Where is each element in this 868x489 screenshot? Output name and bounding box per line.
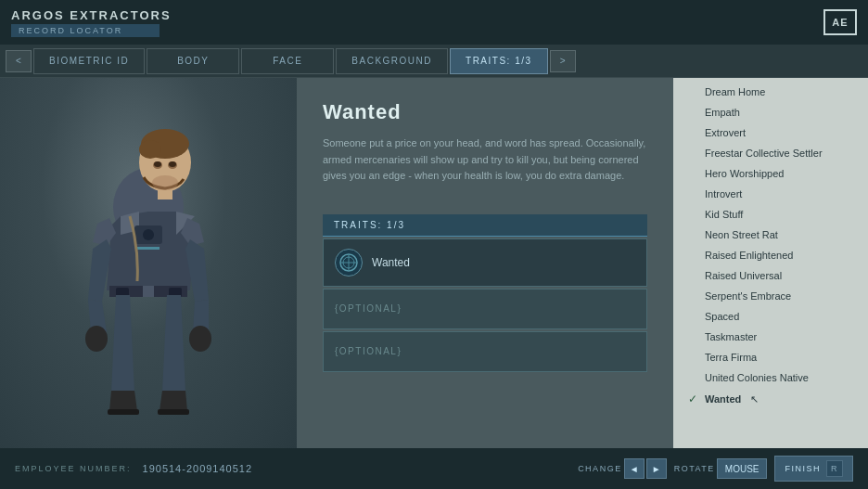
trait-item-label: Kid Stuff [705,209,743,220]
employee-number: 190514-2009140512 [143,463,253,474]
tab-body[interactable]: BODY [147,48,239,74]
svg-point-8 [85,326,108,352]
trait-list-item[interactable]: Spaced [673,306,868,327]
traits-list-header: TRAITS: 1/3 [323,214,647,237]
trait-item-label: Hero Worshipped [705,168,784,179]
svg-point-3 [139,140,161,159]
svg-point-19 [169,161,176,167]
record-locator: RECORD LOCATOR [11,24,160,37]
trait-slot-2-label: {OPTIONAL} [335,303,402,314]
trait-list-item[interactable]: Raised Enlightened [673,245,868,265]
svg-rect-7 [137,247,160,250]
trait-item-label: Taskmaster [705,331,757,342]
trait-list-item[interactable]: Terra Firma [673,347,868,367]
trait-list-item[interactable]: Taskmaster [673,327,868,347]
rotate-control-group: ROTATE MOUSE [674,458,768,479]
trait-icon-wanted [335,249,363,277]
finish-button[interactable]: FINISH R [774,456,853,482]
change-prev-button[interactable]: ◄ [624,458,645,479]
svg-rect-14 [108,409,139,415]
character-figure [28,96,269,448]
trait-item-label: Serpent's Embrace [705,290,791,302]
trait-list-item[interactable]: Serpent's Embrace [673,286,868,306]
bottom-bar: EMPLOYEE NUMBER: 190514-2009140512 CHANG… [0,448,868,489]
mouse-button[interactable]: MOUSE [717,458,768,479]
svg-rect-15 [158,409,189,415]
trait-list-item[interactable]: Dream Home [673,82,868,102]
employee-section: EMPLOYEE NUMBER: 190514-2009140512 [15,463,252,474]
trait-slot-3[interactable]: {OPTIONAL} [323,331,647,372]
trait-item-label: United Colonies Native [705,372,809,383]
trait-list-item[interactable]: ✓Wanted↖ [673,388,868,410]
bottom-controls: CHANGE ◄ ► ROTATE MOUSE FINISH R [578,456,853,482]
trait-item-label: Dream Home [705,86,765,97]
trait-item-label: Spaced [705,311,739,322]
trait-list-item[interactable]: Neon Street Rat [673,225,868,245]
trait-item-label: Introvert [705,188,742,199]
traits-selection-list: TRAITS: 1/3 Wanted {OPTIONAL} [323,214,647,374]
tab-background[interactable]: BACKGROUND [336,48,448,74]
trait-list-item[interactable]: Introvert [673,184,868,204]
traits-dropdown-panel[interactable]: Dream HomeEmpathExtrovertFreestar Collec… [673,78,868,448]
trait-list-item[interactable]: Freestar Collective Settler [673,143,868,163]
svg-point-9 [189,326,211,352]
svg-point-6 [143,229,154,240]
trait-slot-2[interactable]: {OPTIONAL} [323,289,647,329]
character-panel [0,78,297,448]
svg-point-18 [154,161,161,167]
trait-slot-3-label: {OPTIONAL} [335,346,402,356]
nav-tabs: < BIOMETRIC ID BODY FACE BACKGROUND TRAI… [0,45,868,78]
cursor-indicator: ↖ [750,393,759,405]
app-logo: AE [823,9,857,35]
prev-nav-button[interactable]: < [6,50,32,72]
employee-label: EMPLOYEE NUMBER: [15,464,132,473]
trait-list-item[interactable]: Empath [673,102,868,122]
trait-item-label: Wanted [705,393,741,405]
change-label: CHANGE [578,464,622,473]
top-bar: ARGOS EXTRACTORS RECORD LOCATOR AE [0,0,868,45]
next-nav-button[interactable]: > [550,50,576,72]
finish-icon: R [826,460,843,477]
trait-list-item[interactable]: Extrovert [673,122,868,143]
tab-face[interactable]: FACE [241,48,334,74]
app-title: ARGOS EXTRACTORS [11,8,172,22]
trait-slot-1-name: Wanted [372,256,410,269]
finish-label: FINISH [785,464,821,473]
trait-description: Someone put a price on your head, and wo… [323,135,647,185]
trait-item-label: Raised Universal [705,270,782,281]
trait-item-label: Freestar Collective Settler [705,148,823,159]
change-control-group: CHANGE ◄ ► [578,458,667,479]
change-next-button[interactable]: ► [646,458,667,479]
rotate-label: ROTATE [674,464,715,473]
trait-list-item[interactable]: Hero Worshipped [673,163,868,184]
svg-point-20 [152,175,178,190]
trait-checkmark: ✓ [688,392,699,405]
main-content: Wanted Someone put a price on your head,… [0,78,868,448]
trait-list-item[interactable]: Kid Stuff [673,204,868,225]
trait-list-item[interactable]: Raised Universal [673,265,868,286]
trait-item-label: Extrovert [705,127,746,138]
center-panel: Wanted Someone put a price on your head,… [297,78,673,448]
trait-item-label: Raised Enlightened [705,250,793,261]
trait-slot-1[interactable]: Wanted [323,238,647,287]
trait-list-item[interactable]: United Colonies Native [673,367,868,388]
trait-item-label: Empath [705,107,740,118]
tab-biometric-id[interactable]: BIOMETRIC ID [33,48,145,74]
trait-title: Wanted [323,100,647,124]
svg-rect-11 [143,286,154,297]
trait-item-label: Neon Street Rat [705,229,778,240]
trait-item-label: Terra Firma [705,352,757,363]
tab-traits[interactable]: TRAITS: 1/3 [450,48,548,74]
